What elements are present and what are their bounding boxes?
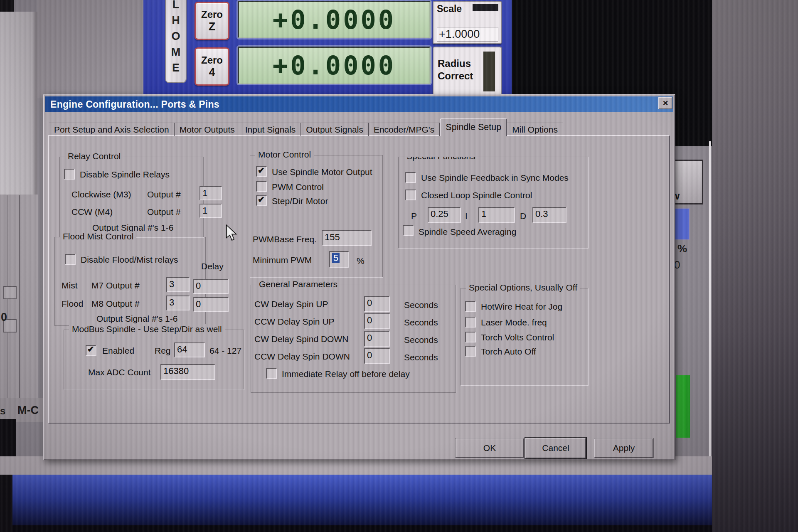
row-label: CW Delay Spin UP <box>254 299 328 309</box>
home-letter: L <box>172 0 180 12</box>
group-title: Relay Control <box>65 151 123 161</box>
home-letter: H <box>172 12 180 28</box>
row-label: CCW Delay Spin DOWN <box>254 352 350 362</box>
ok-button[interactable]: OK <box>456 438 524 458</box>
apply-button[interactable]: Apply <box>594 438 653 458</box>
special-options-group: Special Options, Usually Off HotWire Hea… <box>461 288 588 385</box>
row-label: Flood <box>62 299 84 309</box>
reg-field[interactable]: 64 <box>174 342 205 357</box>
clockwise-output-field[interactable]: 1 <box>200 186 222 200</box>
tab-port-setup[interactable]: Port Setup and Axis Selection <box>49 123 175 136</box>
cw-delay-down-field[interactable]: 0 <box>364 331 390 347</box>
close-icon: ✕ <box>663 99 668 108</box>
p-field[interactable]: 0.25 <box>428 207 461 223</box>
mouse-cursor <box>226 224 238 243</box>
tab-strip: Port Setup and Axis Selection Motor Outp… <box>49 120 563 136</box>
immediate-relay-off-checkbox[interactable] <box>266 368 277 379</box>
torch-volts-checkbox[interactable] <box>465 332 476 342</box>
left-window-strip <box>0 12 37 195</box>
checkbox-label: Disable Flood/Mist relays <box>81 255 178 265</box>
home-button-column[interactable]: L H O M E <box>165 0 187 83</box>
left-gray-area <box>37 0 143 98</box>
flood-output-field[interactable]: 3 <box>166 296 190 310</box>
mach3-bottom-band <box>12 475 712 528</box>
output-number-label: Output # <box>147 207 181 217</box>
checkbox-label: Disable Spindle Relays <box>80 170 170 180</box>
tab-motor-outputs[interactable]: Motor Outputs <box>175 123 240 136</box>
mist-delay-field[interactable]: 0 <box>193 279 229 294</box>
tab-input-signals[interactable]: Input Signals <box>240 123 301 136</box>
radius-indicator-bar <box>483 52 495 91</box>
ccw-output-field[interactable]: 1 <box>200 204 222 218</box>
scale-label: Scale <box>437 3 462 15</box>
modbus-enabled-checkbox[interactable] <box>86 345 96 356</box>
photo-edge-bottom <box>12 525 712 532</box>
checkbox-label: Immediate Relay off before delay <box>282 369 410 379</box>
row-label: CCW Delay Spin UP <box>254 317 335 327</box>
left-zero-label: 0 <box>1 311 7 324</box>
group-title: Special Functions <box>404 157 478 161</box>
close-button[interactable]: ✕ <box>658 97 672 109</box>
p-label: P <box>411 211 417 221</box>
group-title: General Parameters <box>256 279 340 289</box>
tab-output-signals[interactable]: Output Signals <box>301 123 369 136</box>
zero-z-button[interactable]: Zero Z <box>195 2 229 40</box>
group-title: Flood Mist Control <box>60 232 136 241</box>
screen-photo: 0 s M-C L H O M E Zero Z Zero 4 +0.0000 … <box>0 0 798 532</box>
disable-spindle-relays-checkbox[interactable] <box>64 169 75 180</box>
checkbox-label: Laser Mode. freq <box>481 318 547 328</box>
flood-delay-field[interactable]: 0 <box>193 297 229 312</box>
checkbox-label: Enabled <box>102 346 134 356</box>
disable-flood-mist-checkbox[interactable] <box>65 254 76 265</box>
minimum-pwm-label: Minimum PWM <box>253 255 312 265</box>
tab-encoder-mpg[interactable]: Encoder/MPG's <box>369 123 440 136</box>
scale-value[interactable]: +1.0000 <box>437 27 498 42</box>
monitor-bezel-right <box>712 0 798 532</box>
laser-mode-checkbox[interactable] <box>465 317 476 328</box>
pwm-control-checkbox[interactable] <box>256 181 267 192</box>
motor-control-group: Motor Control Use Spindle Motor Output P… <box>250 155 383 277</box>
general-parameters-group: General Parameters CW Delay Spin UP 0 Se… <box>251 285 456 393</box>
ccw-delay-up-field[interactable]: 0 <box>364 313 390 329</box>
cancel-button[interactable]: Cancel <box>525 438 586 458</box>
tab-spindle-setup[interactable]: Spindle Setup <box>440 118 507 137</box>
i-label: I <box>465 211 468 221</box>
dialog-titlebar[interactable]: Engine Configuration... Ports & Pins <box>45 96 673 112</box>
dro-display-4[interactable]: +0.0000 <box>238 47 431 84</box>
dialog-title: Engine Configuration... Ports & Pins <box>50 99 219 110</box>
group-title: Motor Control <box>255 150 314 160</box>
scale-slider[interactable] <box>473 4 498 11</box>
checkbox-label: Torch Auto Off <box>481 347 536 357</box>
i-field[interactable]: 1 <box>478 207 515 223</box>
unit-label: Seconds <box>404 300 438 310</box>
d-field[interactable]: 0.3 <box>532 207 566 223</box>
ccw-delay-down-field[interactable]: 0 <box>364 348 390 364</box>
max-adc-field[interactable]: 16380 <box>160 364 215 380</box>
flood-mist-control-group: Flood Mist Control Disable Flood/Mist re… <box>54 237 206 326</box>
pwmbase-freq-field[interactable]: 155 <box>322 230 372 246</box>
output-signal-range-label: Output Signal #'s 1-6 <box>96 314 177 324</box>
zero-4-button[interactable]: Zero 4 <box>195 47 229 86</box>
step-dir-motor-checkbox[interactable] <box>256 195 267 206</box>
checkbox-label: PWM Control <box>272 182 324 192</box>
cw-delay-up-field[interactable]: 0 <box>364 296 390 312</box>
home-letter: O <box>171 28 180 44</box>
checkbox-label: Use Spindle Feedback in Sync Modes <box>421 173 569 183</box>
radius-correct-panel[interactable]: Radius Correct <box>433 47 502 97</box>
home-letter: E <box>172 60 180 76</box>
divider <box>7 195 7 420</box>
use-spindle-motor-output-checkbox[interactable] <box>256 166 267 177</box>
minimum-pwm-field[interactable]: 5 <box>329 251 349 268</box>
unit-label: Seconds <box>404 335 438 345</box>
divider <box>19 195 20 420</box>
hotwire-checkbox[interactable] <box>465 301 476 312</box>
tab-mill-options[interactable]: Mill Options <box>507 123 563 136</box>
spindle-feedback-checkbox[interactable] <box>405 172 416 183</box>
group-title: ModBus Spindle - Use Step/Dir as well <box>69 324 225 334</box>
dro-display-z[interactable]: +0.0000 <box>238 1 431 38</box>
spindle-speed-averaging-checkbox[interactable] <box>403 225 414 236</box>
torch-auto-off-checkbox[interactable] <box>465 346 476 357</box>
mist-output-field[interactable]: 3 <box>166 277 190 292</box>
closed-loop-checkbox[interactable] <box>405 190 416 200</box>
modbus-spindle-group: ModBus Spindle - Use Step/Dir as well En… <box>64 330 244 389</box>
